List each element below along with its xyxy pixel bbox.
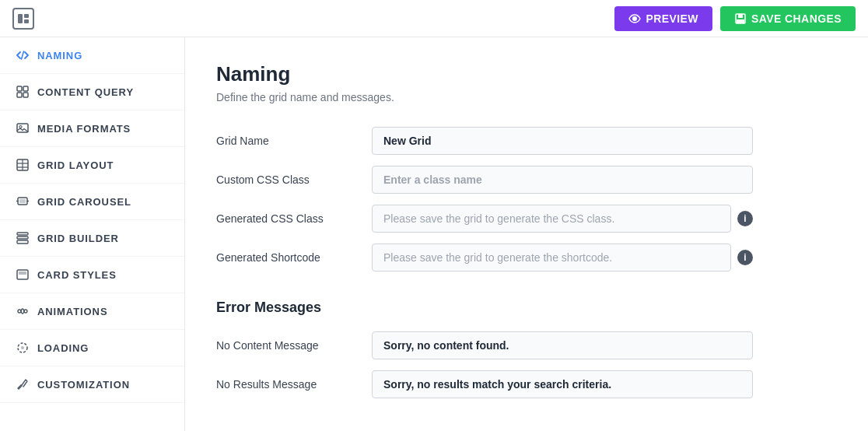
generated-shortcode-label: Generated Shortcode	[216, 251, 372, 264]
no-results-input[interactable]	[372, 370, 753, 398]
svg-rect-25	[19, 272, 26, 275]
no-content-input[interactable]	[372, 331, 753, 359]
generated-css-info-icon[interactable]: i	[737, 211, 753, 226]
topbar-left	[12, 8, 34, 30]
preview-button[interactable]: PREVIEW	[614, 6, 712, 31]
sidebar-item-customization-label: CUSTOMIZATION	[37, 379, 130, 391]
media-formats-icon	[16, 121, 30, 135]
grid-layout-icon	[16, 158, 30, 172]
sidebar-item-grid-carousel-label: GRID CAROUSEL	[37, 196, 131, 208]
svg-rect-22	[17, 237, 28, 239]
svg-point-29	[21, 346, 24, 349]
page-subtitle: Define the grid name and messages.	[216, 91, 837, 103]
generated-css-label: Generated CSS Class	[216, 212, 372, 225]
generated-css-input[interactable]	[372, 205, 731, 233]
svg-rect-2	[24, 19, 29, 23]
custom-css-row: Custom CSS Class	[216, 166, 837, 194]
sidebar-item-loading-label: LOADING	[37, 342, 89, 354]
naming-fields: Grid Name Custom CSS Class Generated CSS…	[216, 127, 837, 272]
svg-rect-5	[738, 14, 743, 18]
grid-carousel-icon	[16, 194, 30, 208]
generated-css-row: Generated CSS Class i	[216, 205, 837, 233]
svg-rect-18	[19, 199, 26, 203]
preview-label: PREVIEW	[646, 12, 698, 25]
svg-point-27	[24, 310, 27, 313]
animations-icon	[16, 304, 30, 318]
topbar: PREVIEW SAVE CHANGES	[0, 0, 868, 37]
sidebar: NAMING CONTENT QUERY MEDI	[0, 37, 185, 431]
error-messages-heading: Error Messages	[216, 300, 837, 316]
no-results-field	[372, 370, 753, 398]
no-results-label: No Results Message	[216, 378, 372, 391]
svg-rect-8	[23, 86, 28, 91]
customization-icon	[16, 377, 30, 391]
save-icon	[734, 12, 747, 25]
error-messages-section: Error Messages No Content Message No Res…	[216, 300, 837, 398]
generated-shortcode-info-icon[interactable]: i	[737, 250, 753, 265]
svg-rect-10	[23, 93, 28, 97]
svg-rect-23	[17, 240, 28, 244]
no-results-row: No Results Message	[216, 370, 837, 398]
generated-shortcode-field: i	[372, 244, 753, 272]
topbar-actions: PREVIEW SAVE CHANGES	[614, 6, 856, 31]
grid-name-label: Grid Name	[216, 135, 372, 147]
generated-shortcode-row: Generated Shortcode i	[216, 244, 837, 272]
sidebar-item-loading[interactable]: LOADING	[0, 330, 184, 366]
sidebar-item-animations[interactable]: ANIMATIONS	[0, 293, 184, 330]
sidebar-item-media-formats-label: MEDIA FORMATS	[37, 123, 131, 135]
save-button[interactable]: SAVE CHANGES	[720, 6, 856, 31]
sidebar-item-animations-label: ANIMATIONS	[37, 306, 107, 317]
grid-name-input[interactable]	[372, 127, 753, 155]
grid-name-row: Grid Name	[216, 127, 837, 155]
card-styles-icon	[16, 268, 30, 282]
sidebar-item-content-query[interactable]: CONTENT QUERY	[0, 74, 184, 110]
generated-css-field: i	[372, 205, 753, 233]
sidebar-item-grid-layout-label: GRID LAYOUT	[37, 159, 114, 171]
custom-css-label: Custom CSS Class	[216, 173, 372, 186]
sidebar-item-grid-carousel[interactable]: GRID CAROUSEL	[0, 184, 184, 220]
svg-point-3	[632, 16, 637, 21]
sidebar-item-content-query-label: CONTENT QUERY	[37, 86, 134, 98]
grid-name-field	[372, 127, 753, 155]
svg-point-12	[19, 126, 22, 128]
generated-shortcode-input[interactable]	[372, 244, 731, 272]
sidebar-item-naming-label: NAMING	[37, 50, 82, 61]
svg-rect-0	[18, 14, 23, 23]
loading-icon	[16, 341, 30, 355]
code-icon	[16, 48, 30, 62]
sidebar-item-naming[interactable]: NAMING	[0, 37, 184, 74]
sidebar-item-card-styles[interactable]: CARD STYLES	[0, 257, 184, 293]
sidebar-item-card-styles-label: CARD STYLES	[37, 269, 117, 281]
main-content: Naming Define the grid name and messages…	[185, 37, 868, 431]
svg-rect-1	[24, 14, 29, 18]
svg-point-26	[18, 310, 21, 313]
sidebar-item-grid-layout[interactable]: GRID LAYOUT	[0, 147, 184, 184]
sidebar-toggle-icon[interactable]	[12, 8, 34, 30]
no-content-row: No Content Message	[216, 331, 837, 359]
svg-rect-7	[17, 86, 22, 91]
content-query-icon	[16, 85, 30, 99]
sidebar-item-media-formats[interactable]: MEDIA FORMATS	[0, 110, 184, 147]
layout: NAMING CONTENT QUERY MEDI	[0, 37, 868, 431]
eye-icon	[628, 12, 641, 25]
custom-css-input[interactable]	[372, 166, 753, 194]
svg-rect-21	[17, 233, 28, 235]
sidebar-item-customization[interactable]: CUSTOMIZATION	[0, 366, 184, 403]
grid-builder-icon	[16, 231, 30, 245]
no-content-label: No Content Message	[216, 339, 372, 352]
sidebar-item-grid-builder-label: GRID BUILDER	[37, 233, 119, 244]
sidebar-item-grid-builder[interactable]: GRID BUILDER	[0, 220, 184, 257]
no-content-field	[372, 331, 753, 359]
custom-css-field	[372, 166, 753, 194]
save-label: SAVE CHANGES	[751, 12, 842, 25]
page-title: Naming	[216, 62, 837, 86]
svg-rect-9	[17, 93, 22, 97]
svg-rect-6	[737, 19, 744, 23]
